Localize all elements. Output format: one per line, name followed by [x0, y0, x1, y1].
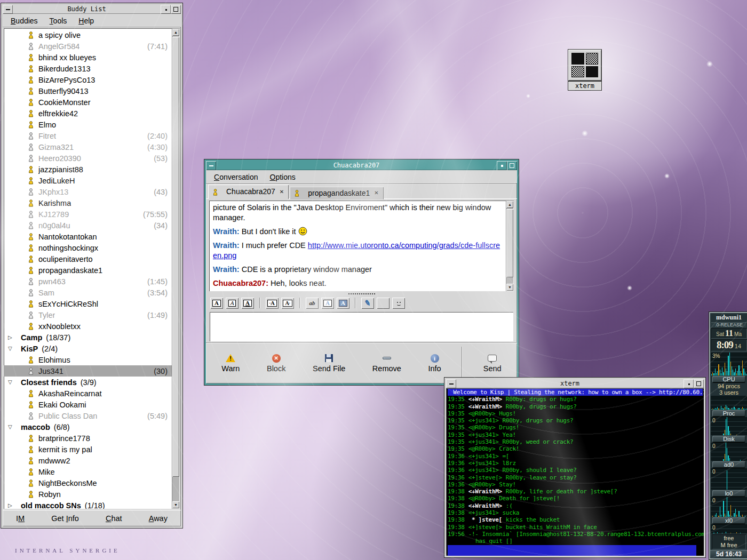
get-info-button[interactable]: Get Info [46, 513, 84, 524]
buddy-list-row[interactable]: Sam (3:54) [4, 287, 172, 298]
menu-options[interactable]: Options [265, 172, 300, 182]
menu-conversation[interactable]: Conversation [209, 172, 263, 182]
group-expander-icon[interactable]: ▷ [8, 502, 21, 508]
shade-button[interactable] [497, 161, 507, 170]
xterm-icon[interactable] [568, 50, 601, 81]
scrollbar-thumb[interactable] [506, 209, 513, 277]
ad0-label[interactable]: ad0 [712, 461, 745, 468]
message-input[interactable] [210, 312, 513, 341]
proc-label[interactable]: Proc [712, 410, 745, 417]
buddy-list-row[interactable]: nothingshockingx [4, 242, 172, 253]
insert-link-button[interactable]: ✎ [361, 298, 374, 309]
buddy-list-row[interactable]: JediLukeH [4, 175, 172, 186]
buddy-list-row[interactable]: Public Class Dan (5:49) [4, 410, 172, 421]
send-file-button[interactable]: Send File [306, 351, 352, 375]
insert-image-button[interactable] [377, 298, 390, 309]
buddy-list-row[interactable]: ▽ Closest friends (3/9) [4, 377, 172, 388]
terminal-body[interactable]: Welcome to Kisp | Stealing the network: … [446, 388, 704, 556]
buddy-list-row[interactable]: a spicy olive [4, 29, 172, 41]
buddy-list-row[interactable]: Fitret (2:40) [4, 130, 172, 141]
italic-button[interactable]: A [226, 298, 239, 309]
buddy-list-row[interactable]: ▽ KisP (2/4) [4, 343, 172, 354]
info-button[interactable]: iInfo [422, 351, 447, 375]
buddy-list-row[interactable]: CookieMonster [4, 97, 172, 108]
minimize-button[interactable] [446, 379, 456, 388]
menu-buddies[interactable]: Buddies [6, 15, 43, 26]
shade-button[interactable] [684, 379, 694, 388]
buddy-list-row[interactable]: xxNoobletxx [4, 321, 172, 332]
tab-propagandaskate1[interactable]: propagandaskate1 ✕ [290, 187, 383, 199]
buddy-list-row[interactable]: NightBeckonsMe [4, 477, 172, 489]
buddy-list[interactable]: a spicy olive AngelGr584 (7:41) [4, 28, 172, 509]
buddy-list-row[interactable]: elftrekkie42 [4, 108, 172, 119]
buddy-list-row[interactable]: Tyler (1:49) [4, 309, 172, 321]
buddy-list-row[interactable]: sExYcHiCkReShl [4, 298, 172, 309]
warn-button[interactable]: Warn [215, 351, 246, 375]
conversation-titlebar[interactable]: Chuacabra207 [206, 161, 517, 170]
away-button[interactable]: Away [144, 513, 173, 524]
buddy-list-row[interactable]: propagandaskate1 [4, 265, 172, 276]
buddy-list-row[interactable]: Butterfly90413 [4, 85, 172, 97]
minimize-button[interactable] [3, 5, 13, 14]
buddy-list-row[interactable]: Nantokotantokan [4, 231, 172, 242]
buddy-list-row[interactable]: mdwww2 [4, 455, 172, 466]
foreground-color-button[interactable]: A [321, 298, 334, 309]
chat-button[interactable]: Chat [100, 513, 128, 524]
buddy-list-row[interactable]: pwn463 (1:45) [4, 276, 172, 287]
im-button[interactable]: IM [11, 513, 30, 524]
buddy-list-row[interactable]: Heero20390 (53) [4, 153, 172, 164]
buddy-list-row[interactable]: JKphx13 (43) [4, 186, 172, 197]
background-color-button[interactable]: A [337, 298, 349, 309]
group-expander-icon[interactable]: ▽ [8, 424, 21, 430]
maximize-button[interactable] [507, 161, 517, 170]
xterm-titlebar[interactable]: xterm [446, 379, 704, 388]
tab-close-icon[interactable]: ✕ [373, 190, 378, 196]
tab-close-icon[interactable]: ✕ [279, 189, 284, 195]
bold-button[interactable]: A [210, 298, 223, 309]
underline-button[interactable]: A [241, 298, 254, 309]
decrease-font-button[interactable]: A [266, 298, 279, 309]
buddy-list-row[interactable]: ▷ Camp (18/37) [4, 332, 172, 343]
buddy-list-row[interactable]: KJ12789 (75:55) [4, 209, 172, 220]
buddy-list-row[interactable]: Elmo [4, 119, 172, 130]
buddy-list-row[interactable]: bratprince1778 [4, 433, 172, 444]
buddy-list-row[interactable]: Karishma [4, 197, 172, 209]
lo0-label[interactable]: lo0 [712, 490, 745, 497]
buddy-list-row[interactable]: bhind xx blueyes [4, 52, 172, 63]
remove-button[interactable]: Remove [366, 351, 408, 375]
buddy-list-row[interactable]: n0g0al4u (34) [4, 220, 172, 231]
buddy-list-row[interactable]: kermit is my pal [4, 444, 172, 455]
buddy-list-row[interactable]: Jus341 (30) [4, 365, 172, 377]
xterm-desktop-icon[interactable]: xterm [568, 50, 601, 90]
scrollbar-thumb[interactable] [172, 37, 179, 477]
buddy-list-row[interactable]: AkashaReincarnat [4, 388, 172, 399]
font-face-button[interactable]: ab [306, 298, 319, 309]
block-button[interactable]: ✕Block [260, 351, 292, 375]
minimize-button[interactable] [206, 161, 216, 170]
buddy-list-scrollbar[interactable]: ▲ ▼ [172, 28, 180, 509]
maximize-button[interactable] [171, 5, 181, 14]
buddy-list-row[interactable]: oculipenitaverto [4, 253, 172, 265]
buddy-list-row[interactable]: jazzpianist88 [4, 164, 172, 175]
buddy-list-row[interactable]: ▷ old maccob SNs (1/18) [4, 500, 172, 509]
group-expander-icon[interactable]: ▽ [8, 379, 21, 385]
buddy-list-titlebar[interactable]: Buddy List [3, 5, 181, 14]
scroll-up-icon[interactable]: ▲ [506, 201, 513, 208]
pane-resize-grip[interactable] [206, 291, 517, 296]
scroll-down-icon[interactable]: ▼ [172, 501, 179, 508]
menu-help[interactable]: Help [74, 15, 99, 26]
buddy-list-row[interactable]: Ekaki Ookami [4, 399, 172, 410]
increase-font-button[interactable]: A [281, 298, 294, 309]
scroll-up-icon[interactable]: ▲ [172, 29, 179, 36]
scroll-down-icon[interactable]: ▼ [506, 284, 513, 291]
message-log-scrollbar[interactable]: ▲ ▼ [506, 201, 514, 291]
buddy-list-row[interactable]: Bikerdude1313 [4, 63, 172, 74]
disk-label[interactable]: Disk [712, 436, 745, 442]
buddy-list-row[interactable]: Robyn [4, 489, 172, 500]
xl0-label[interactable]: xl0 [712, 517, 745, 524]
buddy-list-row[interactable]: Mike [4, 466, 172, 477]
group-expander-icon[interactable]: ▽ [8, 346, 21, 351]
buddy-list-row[interactable]: Elohimus [4, 354, 172, 365]
send-button[interactable]: Send [477, 351, 508, 375]
insert-smiley-button[interactable] [392, 298, 405, 309]
